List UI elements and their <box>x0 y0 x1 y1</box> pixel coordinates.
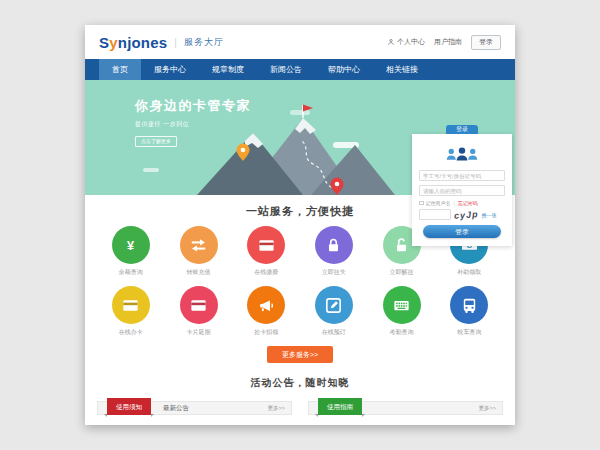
hero-banner: 你身边的卡管专家 提供捷径 一步到位 点击了解更多 登录 <box>85 80 515 195</box>
cloud-decoration <box>143 168 159 172</box>
keyboard-icon[interactable] <box>383 286 421 324</box>
login-submit-button[interactable]: 登录 <box>423 225 501 238</box>
service-label: 卡片延期 <box>165 328 233 337</box>
user-guide-label: 用户指南 <box>434 37 462 47</box>
svg-text:¥: ¥ <box>127 238 134 252</box>
service-item-8[interactable]: 卡片延期 <box>165 286 233 337</box>
services-row-2: 在线办卡卡片延期拾卡招领在线预订考勤查询校车查询 <box>85 286 515 337</box>
brand-logo[interactable]: Synjones <box>99 34 167 51</box>
users-group-icon <box>419 146 505 165</box>
account-input[interactable] <box>419 170 505 181</box>
service-item-11[interactable]: 考勤查询 <box>368 286 436 337</box>
nav-item-3[interactable]: 规章制度 <box>199 59 257 80</box>
hero-copy: 你身边的卡管专家 提供捷径 一步到位 点击了解更多 <box>135 97 251 147</box>
service-label: 拾卡招领 <box>232 328 300 337</box>
personal-center-link[interactable]: 个人中心 <box>387 37 425 47</box>
logo-text: S <box>99 34 109 51</box>
logo-text-rest: njones <box>118 34 168 51</box>
captcha-row: cyJp 换一张 <box>419 209 505 220</box>
user-guide-link[interactable]: 用户指南 <box>434 37 462 47</box>
website-page: Synjones | 服务大厅 个人中心 用户指南 登录 首页服务中心规章制度新… <box>85 25 515 425</box>
service-label: 在线预订 <box>300 328 368 337</box>
hero-title: 你身边的卡管专家 <box>135 97 251 115</box>
hero-cta-button[interactable]: 点击了解更多 <box>135 136 177 147</box>
announcements-left-column: 使用须知 最新公告 更多>> <box>97 401 292 415</box>
service-item-7[interactable]: 在线办卡 <box>97 286 165 337</box>
login-panel: 登录 记住用户名 | 忘记密码 cyJp 换一张 登录 <box>412 134 512 246</box>
main-nav: 首页服务中心规章制度新闻公告帮助中心相关链接 <box>85 59 515 80</box>
nav-item-2[interactable]: 服务中心 <box>141 59 199 80</box>
service-item-10[interactable]: 在线预订 <box>300 286 368 337</box>
password-input[interactable] <box>419 185 505 196</box>
service-item-4[interactable]: 立即挂失 <box>300 226 368 277</box>
more-services-button[interactable]: 更多服务>> <box>267 346 333 363</box>
captcha-input[interactable] <box>419 209 451 220</box>
captcha-refresh-link[interactable]: 换一张 <box>482 212 497 218</box>
service-label: 在线缴费 <box>232 268 300 277</box>
nav-item-4[interactable]: 新闻公告 <box>257 59 315 80</box>
service-label: 立即挂失 <box>300 268 368 277</box>
service-label: 考勤查询 <box>368 328 436 337</box>
tab-latest-announcements[interactable]: 最新公告 <box>163 404 189 413</box>
tab-usage-notice[interactable]: 使用须知 <box>107 398 151 415</box>
site-name: 服务大厅 <box>184 36 224 49</box>
remember-label: 记住用户名 <box>426 200 451 206</box>
service-label: 立即解挂 <box>368 268 436 277</box>
transfer-icon[interactable] <box>180 226 218 264</box>
bus-icon[interactable] <box>450 286 488 324</box>
service-item-1[interactable]: ¥余额查询 <box>97 226 165 277</box>
more-link-right[interactable]: 更多>> <box>479 405 496 412</box>
hero-subtitle: 提供捷径 一步到位 <box>135 120 251 129</box>
flag-icon <box>303 105 313 112</box>
header: Synjones | 服务大厅 个人中心 用户指南 登录 <box>85 25 515 59</box>
tab-usage-guide[interactable]: 使用指南 <box>318 398 362 415</box>
card-icon[interactable] <box>247 226 285 264</box>
lock-icon[interactable] <box>315 226 353 264</box>
service-label: 在线办卡 <box>97 328 165 337</box>
right-tab-bar: 使用指南 更多>> <box>308 401 503 415</box>
more-link-left[interactable]: 更多>> <box>268 405 285 412</box>
service-item-2[interactable]: 转账充值 <box>165 226 233 277</box>
personal-center-label: 个人中心 <box>397 37 425 47</box>
login-tab[interactable]: 登录 <box>446 125 478 134</box>
remember-row: 记住用户名 | 忘记密码 <box>419 200 505 206</box>
logo-accent: y <box>109 34 118 51</box>
divider: | <box>454 200 455 206</box>
logo-divider: | <box>174 37 177 48</box>
announcements-title: 活动公告，随时知晓 <box>85 376 515 390</box>
person-icon <box>387 38 395 46</box>
nav-item-1[interactable]: 首页 <box>99 59 141 80</box>
header-links: 个人中心 用户指南 登录 <box>387 35 501 50</box>
nav-item-6[interactable]: 相关链接 <box>373 59 431 80</box>
left-tab-bar: 使用须知 最新公告 更多>> <box>97 401 292 415</box>
card-icon[interactable] <box>112 286 150 324</box>
service-item-9[interactable]: 拾卡招领 <box>232 286 300 337</box>
remember-checkbox[interactable] <box>419 201 424 206</box>
service-item-3[interactable]: 在线缴费 <box>232 226 300 277</box>
yen-icon[interactable]: ¥ <box>112 226 150 264</box>
header-login-button[interactable]: 登录 <box>471 35 501 50</box>
service-label: 转账充值 <box>165 268 233 277</box>
announcements-right-column: 使用指南 更多>> <box>308 401 503 415</box>
nav-item-5[interactable]: 帮助中心 <box>315 59 373 80</box>
service-label: 校车查询 <box>435 328 503 337</box>
forgot-password-link[interactable]: 忘记密码 <box>458 200 478 206</box>
announcements-tabs: 使用须知 最新公告 更多>> 使用指南 更多>> <box>85 401 515 415</box>
service-label: 补助领取 <box>435 268 503 277</box>
card-icon[interactable] <box>180 286 218 324</box>
megaphone-icon[interactable] <box>247 286 285 324</box>
service-label: 余额查询 <box>97 268 165 277</box>
captcha-image[interactable]: cyJp <box>454 209 479 221</box>
service-item-12[interactable]: 校车查询 <box>435 286 503 337</box>
edit-icon[interactable] <box>315 286 353 324</box>
